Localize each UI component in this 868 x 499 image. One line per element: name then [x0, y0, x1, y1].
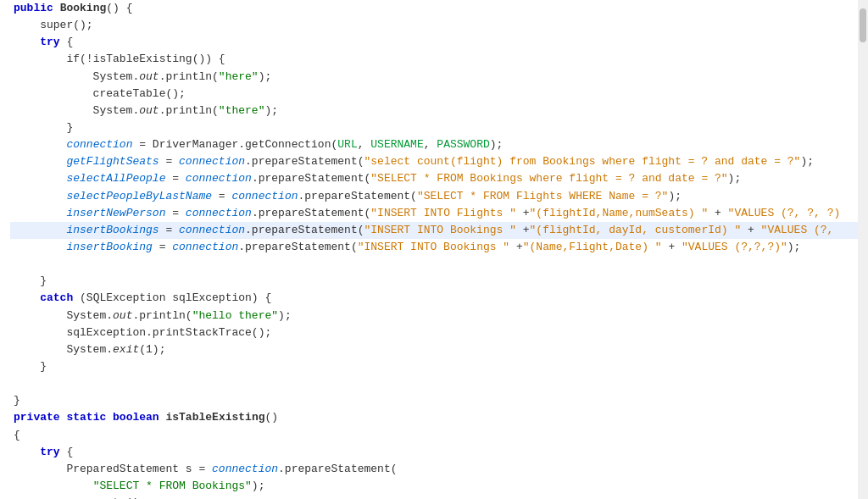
code-editor: public Booking() { super(); try { if(!is… [0, 0, 868, 499]
line-5: System.out.println("here"); [10, 69, 858, 86]
line-30: s.execute(); [10, 495, 858, 499]
line-21: System.exit(1); [10, 341, 858, 358]
line-15: insertBooking = connection.prepareStatem… [10, 239, 858, 256]
line-24: } [10, 392, 858, 409]
line-4: if(!isTableExisting()) { [10, 51, 858, 68]
line-9: connection = DriverManager.getConnection… [10, 136, 858, 153]
code-pre: public Booking() { super(); try { if(!is… [10, 0, 858, 499]
scrollbar-thumb[interactable] [860, 8, 866, 42]
line-22: } [10, 358, 858, 375]
code-content[interactable]: public Booking() { super(); try { if(!is… [0, 0, 858, 499]
line-26: { [10, 427, 858, 444]
line-6: createTable(); [10, 86, 858, 103]
line-10: getFlightSeats = connection.prepareState… [10, 153, 858, 170]
line-28: PreparedStatement s = connection.prepare… [10, 461, 858, 478]
line-7: System.out.println("there"); [10, 103, 858, 119]
line-16 [10, 256, 858, 273]
line-1: public Booking() { [10, 0, 858, 17]
line-25: private static boolean isTableExisting() [10, 409, 858, 426]
line-27: try { [10, 444, 858, 461]
line-3: try { [10, 34, 858, 51]
line-8: } [10, 119, 858, 136]
vertical-scrollbar[interactable] [858, 0, 868, 499]
line-23 [10, 375, 858, 392]
line-12: selectPeopleByLastName = connection.prep… [10, 188, 858, 205]
line-20: sqlException.printStackTrace(); [10, 324, 858, 341]
line-19: System.out.println("hello there"); [10, 308, 858, 324]
line-2: super(); [10, 17, 858, 34]
line-13: insertNewPerson = connection.prepareStat… [10, 205, 858, 222]
line-17: } [10, 273, 858, 290]
line-18: catch (SQLException sqlException) { [10, 290, 858, 307]
line-11: selectAllPeople = connection.prepareStat… [10, 170, 858, 187]
line-14: insertBookings = connection.prepareState… [10, 222, 858, 239]
line-29: "SELECT * FROM Bookings"); [10, 478, 858, 495]
